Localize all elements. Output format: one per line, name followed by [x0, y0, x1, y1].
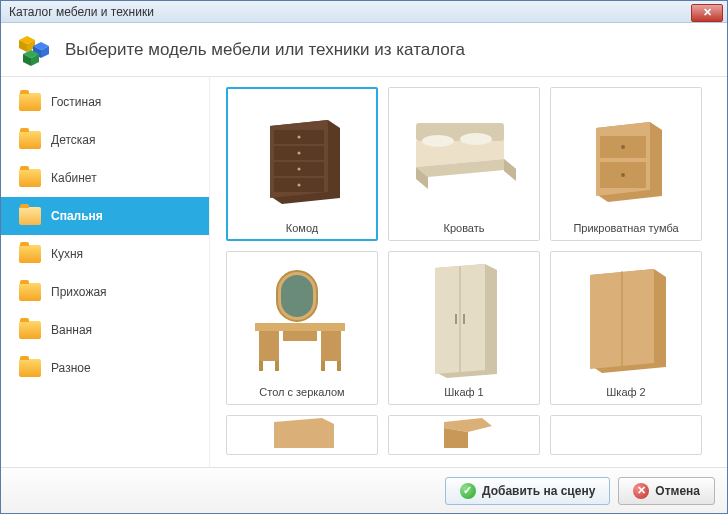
category-item[interactable]: Кухня [1, 235, 209, 273]
close-icon: ✕ [703, 6, 712, 19]
item-card[interactable] [550, 415, 702, 455]
svg-point-24 [422, 135, 454, 147]
item-card[interactable]: Шкаф 1 [388, 251, 540, 405]
folder-icon [19, 321, 41, 339]
item-card[interactable]: Комод [226, 87, 378, 241]
svg-rect-38 [259, 361, 263, 371]
item-card[interactable]: Стол с зеркалом [226, 251, 378, 405]
svg-marker-50 [274, 418, 334, 448]
check-icon: ✓ [460, 483, 476, 499]
svg-rect-46 [463, 314, 465, 324]
item-thumbnail [395, 94, 533, 218]
item-thumbnail [395, 415, 533, 448]
category-item[interactable]: Ванная [1, 311, 209, 349]
titlebar: Каталог мебели и техники ✕ [1, 1, 727, 23]
item-card[interactable]: Прикроватная тумба [550, 87, 702, 241]
category-label: Кабинет [51, 171, 97, 185]
folder-icon [19, 283, 41, 301]
item-label: Прикроватная тумба [557, 222, 695, 234]
item-grid-container: Комод Кровать [209, 77, 727, 467]
button-label: Добавить на сцену [482, 484, 595, 498]
svg-rect-45 [455, 314, 457, 324]
item-card[interactable]: Шкаф 2 [550, 251, 702, 405]
cancel-button[interactable]: ✕ Отмена [618, 477, 715, 505]
cancel-icon: ✕ [633, 483, 649, 499]
add-to-scene-button[interactable]: ✓ Добавить на сцену [445, 477, 610, 505]
folder-icon [19, 359, 41, 377]
category-label: Разное [51, 361, 91, 375]
svg-point-15 [298, 136, 301, 139]
window-title: Каталог мебели и техники [9, 5, 154, 19]
vanity-icon [247, 265, 357, 375]
item-thumbnail [233, 258, 371, 382]
dialog-body: Гостиная Детская Кабинет Спальня Кухня П… [1, 77, 727, 467]
folder-icon [19, 169, 41, 187]
folder-icon [19, 131, 41, 149]
category-item[interactable]: Кабинет [1, 159, 209, 197]
svg-rect-33 [281, 275, 313, 317]
category-label: Кухня [51, 247, 83, 261]
item-label: Шкаф 1 [395, 386, 533, 398]
dialog-window: Каталог мебели и техники ✕ Выберите моде… [0, 0, 728, 514]
folder-icon [19, 93, 41, 111]
item-card[interactable]: Кровать [388, 87, 540, 241]
svg-rect-37 [283, 331, 317, 341]
item-grid: Комод Кровать [226, 87, 717, 455]
category-item[interactable]: Гостиная [1, 83, 209, 121]
svg-rect-39 [275, 361, 279, 371]
dialog-header: Выберите модель мебели или техники из ка… [1, 23, 727, 77]
item-card[interactable] [226, 415, 378, 455]
item-label: Шкаф 2 [557, 386, 695, 398]
item-thumbnail [233, 415, 371, 448]
svg-point-18 [298, 184, 301, 187]
wardrobe1-icon [419, 260, 509, 380]
category-sidebar: Гостиная Детская Кабинет Спальня Кухня П… [1, 77, 209, 467]
svg-point-25 [460, 133, 492, 145]
furniture-icon [424, 418, 504, 448]
category-label: Ванная [51, 323, 92, 337]
item-thumbnail [395, 258, 533, 382]
wardrobe2-icon [576, 265, 676, 375]
cubes-icon [17, 32, 53, 68]
item-thumbnail [557, 415, 695, 448]
category-item[interactable]: Прихожая [1, 273, 209, 311]
svg-rect-40 [321, 361, 325, 371]
item-thumbnail [557, 258, 695, 382]
button-label: Отмена [655, 484, 700, 498]
category-label: Прихожая [51, 285, 107, 299]
nightstand-icon [576, 106, 676, 206]
furniture-icon [262, 418, 342, 448]
folder-icon [19, 245, 41, 263]
header-title: Выберите модель мебели или техники из ка… [65, 40, 465, 60]
svg-point-17 [298, 168, 301, 171]
furniture-icon [586, 418, 666, 448]
svg-rect-35 [259, 331, 279, 361]
svg-rect-41 [337, 361, 341, 371]
item-card[interactable] [388, 415, 540, 455]
item-label: Кровать [395, 222, 533, 234]
svg-rect-34 [255, 323, 345, 331]
svg-point-30 [621, 145, 625, 149]
category-label: Гостиная [51, 95, 101, 109]
item-thumbnail [233, 94, 371, 218]
svg-rect-36 [321, 331, 341, 361]
svg-point-16 [298, 152, 301, 155]
bed-icon [404, 111, 524, 201]
item-label: Комод [233, 222, 371, 234]
category-label: Детская [51, 133, 95, 147]
dresser-icon [252, 106, 352, 206]
dialog-footer: ✓ Добавить на сцену ✕ Отмена [1, 467, 727, 513]
close-button[interactable]: ✕ [691, 4, 723, 22]
category-item[interactable]: Разное [1, 349, 209, 387]
svg-point-31 [621, 173, 625, 177]
folder-icon [19, 207, 41, 225]
svg-marker-22 [504, 159, 516, 181]
category-item[interactable]: Спальня [1, 197, 209, 235]
item-label: Стол с зеркалом [233, 386, 371, 398]
category-label: Спальня [51, 209, 103, 223]
category-item[interactable]: Детская [1, 121, 209, 159]
item-thumbnail [557, 94, 695, 218]
